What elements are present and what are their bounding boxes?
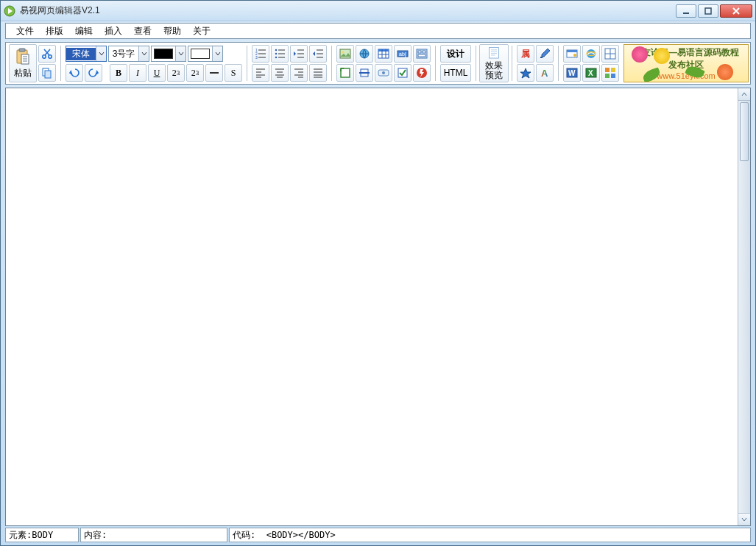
strikethrough-button[interactable] bbox=[205, 64, 223, 82]
editor-area bbox=[5, 88, 751, 526]
outdent-button[interactable] bbox=[290, 45, 308, 63]
font-color-select[interactable] bbox=[151, 46, 186, 62]
svg-point-80 bbox=[573, 54, 576, 57]
svg-rect-13 bbox=[45, 71, 51, 78]
svg-rect-3 bbox=[705, 8, 711, 14]
align-center-button[interactable] bbox=[271, 64, 289, 82]
status-content: 内容: bbox=[80, 528, 227, 542]
window-title: 易视网页编辑器V2.1 bbox=[20, 4, 676, 17]
scroll-up-icon[interactable] bbox=[738, 88, 750, 101]
insert-button-button[interactable] bbox=[375, 64, 392, 82]
insert-table-button[interactable] bbox=[375, 45, 392, 63]
minimize-button[interactable] bbox=[676, 4, 696, 18]
font-a-button[interactable]: A bbox=[536, 64, 554, 82]
ie-button[interactable] bbox=[582, 45, 600, 63]
app-icon bbox=[4, 5, 15, 17]
vertical-scrollbar[interactable] bbox=[738, 88, 750, 525]
svg-marker-76 bbox=[520, 68, 531, 78]
app-window: 易视网页编辑器V2.1 文件 排版 编辑 插入 查看 帮助 关于 粘贴 bbox=[0, 0, 756, 546]
insert-checkbox-button[interactable] bbox=[394, 64, 411, 82]
align-left-button[interactable] bbox=[252, 64, 269, 82]
svg-rect-75 bbox=[540, 57, 543, 58]
grid-button[interactable] bbox=[601, 45, 619, 63]
excel-button[interactable]: X bbox=[582, 64, 600, 82]
svg-point-50 bbox=[342, 52, 345, 54]
insert-image-button[interactable] bbox=[336, 45, 354, 63]
word-button[interactable]: W bbox=[563, 64, 581, 82]
menubar: 文件 排版 编辑 插入 查看 帮助 关于 bbox=[5, 23, 751, 39]
titlebar: 易视网页编辑器V2.1 bbox=[1, 1, 755, 21]
svg-point-23 bbox=[275, 57, 277, 58]
close-button[interactable] bbox=[720, 4, 752, 18]
menu-layout[interactable]: 排版 bbox=[40, 24, 69, 38]
insert-textbox-button[interactable]: ab| bbox=[394, 45, 411, 63]
menu-help[interactable]: 帮助 bbox=[158, 24, 187, 38]
scrollbar-thumb[interactable] bbox=[740, 102, 749, 161]
undo-button[interactable] bbox=[66, 64, 83, 82]
newwindow-button[interactable] bbox=[563, 45, 581, 63]
svg-point-22 bbox=[275, 53, 277, 54]
eyedropper-button[interactable] bbox=[536, 45, 554, 63]
insert-group: ab| bbox=[335, 44, 432, 82]
chevron-down-icon bbox=[138, 46, 149, 61]
menu-view[interactable]: 查看 bbox=[128, 24, 158, 38]
svg-rect-53 bbox=[378, 49, 389, 52]
svg-point-21 bbox=[275, 49, 277, 51]
statusbar: 元素:BODY 内容: 代码: <BODY></BODY> bbox=[5, 528, 751, 542]
insert-div-button[interactable] bbox=[336, 64, 354, 82]
superscript-button[interactable]: 23 bbox=[167, 64, 185, 82]
svg-rect-61 bbox=[423, 51, 425, 53]
menu-edit[interactable]: 编辑 bbox=[69, 24, 99, 38]
font-size-select[interactable]: 3号字 bbox=[108, 46, 149, 62]
svg-text:X: X bbox=[588, 69, 593, 77]
copy-button[interactable] bbox=[38, 64, 56, 82]
editor-canvas[interactable] bbox=[6, 88, 738, 525]
paste-button[interactable]: 粘贴 bbox=[9, 44, 37, 82]
modules-button[interactable] bbox=[601, 64, 619, 82]
indent-button[interactable] bbox=[309, 45, 327, 63]
maximize-button[interactable] bbox=[698, 4, 718, 18]
unordered-list-button[interactable] bbox=[271, 45, 289, 63]
insert-form-button[interactable] bbox=[413, 45, 431, 63]
insert-link-button[interactable] bbox=[356, 45, 373, 63]
tools-group: 属 A bbox=[515, 44, 555, 82]
anchor-button[interactable] bbox=[517, 64, 534, 82]
subscript-button[interactable]: 23 bbox=[186, 64, 204, 82]
svg-text:A: A bbox=[541, 68, 548, 79]
design-mode-button[interactable]: 设计 bbox=[440, 45, 471, 63]
svg-text:3: 3 bbox=[255, 55, 258, 60]
svg-rect-93 bbox=[611, 74, 615, 78]
scroll-down-icon[interactable] bbox=[738, 513, 750, 525]
style-s-button[interactable]: S bbox=[225, 64, 242, 82]
bg-color-select[interactable] bbox=[188, 46, 223, 62]
insert-flash-button[interactable] bbox=[413, 64, 431, 82]
window-controls bbox=[676, 4, 752, 18]
chevron-down-icon bbox=[212, 46, 222, 61]
status-element: 元素:BODY bbox=[5, 528, 79, 542]
html-mode-button[interactable]: HTML bbox=[440, 64, 471, 82]
properties-button[interactable]: 属 bbox=[517, 45, 534, 63]
font-family-select[interactable]: 宋体 bbox=[66, 46, 107, 62]
paragraph-group: 123 bbox=[250, 44, 328, 82]
flower-icon bbox=[632, 46, 648, 63]
insert-hr-button[interactable] bbox=[356, 64, 373, 82]
italic-button[interactable]: I bbox=[129, 64, 146, 82]
bold-button[interactable]: B bbox=[110, 64, 127, 82]
ordered-list-button[interactable]: 123 bbox=[252, 45, 269, 63]
menu-about[interactable]: 关于 bbox=[187, 24, 216, 38]
preview-button[interactable]: 效果 预览 bbox=[479, 44, 509, 82]
menu-file[interactable]: 文件 bbox=[10, 24, 40, 38]
clipboard-group: 粘贴 bbox=[7, 44, 57, 82]
svg-rect-2 bbox=[683, 13, 689, 14]
align-right-button[interactable] bbox=[290, 64, 308, 82]
svg-rect-70 bbox=[490, 48, 499, 58]
redo-button[interactable] bbox=[85, 64, 102, 82]
chevron-down-icon bbox=[96, 46, 106, 61]
cut-button[interactable] bbox=[38, 45, 56, 63]
menu-insert[interactable]: 插入 bbox=[99, 24, 128, 38]
underline-button[interactable]: U bbox=[148, 64, 166, 82]
promo-banner[interactable]: 易友论坛—易语言源码教程发布社区 www.51eyk.com bbox=[623, 44, 749, 82]
align-justify-button[interactable] bbox=[309, 64, 327, 82]
color-chip-white bbox=[191, 49, 210, 59]
chevron-down-icon bbox=[175, 46, 186, 61]
